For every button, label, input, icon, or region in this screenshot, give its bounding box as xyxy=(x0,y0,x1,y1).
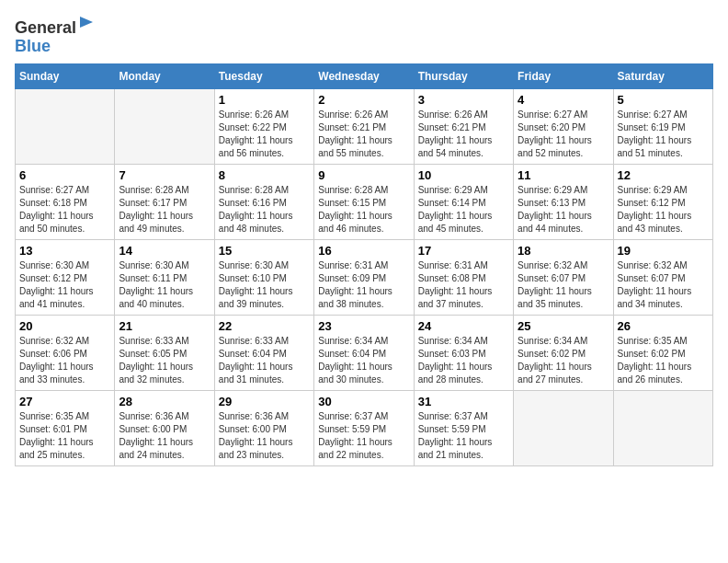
day-detail: Sunrise: 6:32 AMSunset: 6:07 PMDaylight:… xyxy=(618,259,709,311)
calendar-cell: 12Sunrise: 6:29 AMSunset: 6:12 PMDayligh… xyxy=(613,164,712,239)
dow-header: Wednesday xyxy=(314,63,414,88)
calendar-cell: 4Sunrise: 6:27 AMSunset: 6:20 PMDaylight… xyxy=(514,88,613,164)
calendar-cell: 27Sunrise: 6:35 AMSunset: 6:01 PMDayligh… xyxy=(16,390,115,465)
day-number: 13 xyxy=(19,244,110,258)
day-number: 25 xyxy=(518,319,609,333)
day-number: 2 xyxy=(318,93,409,107)
calendar-cell: 22Sunrise: 6:33 AMSunset: 6:04 PMDayligh… xyxy=(214,315,313,390)
day-detail: Sunrise: 6:34 AMSunset: 6:04 PMDaylight:… xyxy=(318,335,409,386)
dow-header: Monday xyxy=(115,63,214,88)
day-number: 14 xyxy=(119,244,210,258)
day-number: 7 xyxy=(119,168,210,182)
day-detail: Sunrise: 6:27 AMSunset: 6:19 PMDaylight:… xyxy=(618,109,709,160)
calendar-cell: 21Sunrise: 6:33 AMSunset: 6:05 PMDayligh… xyxy=(115,315,214,390)
calendar-cell: 15Sunrise: 6:30 AMSunset: 6:10 PMDayligh… xyxy=(214,239,313,315)
day-detail: Sunrise: 6:28 AMSunset: 6:15 PMDaylight:… xyxy=(318,184,409,236)
day-number: 1 xyxy=(219,93,310,107)
day-number: 8 xyxy=(219,168,310,182)
days-of-week-row: SundayMondayTuesdayWednesdayThursdayFrid… xyxy=(16,63,713,88)
day-number: 18 xyxy=(518,244,609,258)
calendar-week-row: 27Sunrise: 6:35 AMSunset: 6:01 PMDayligh… xyxy=(16,390,713,465)
dow-header: Thursday xyxy=(414,63,513,88)
calendar-week-row: 1Sunrise: 6:26 AMSunset: 6:22 PMDaylight… xyxy=(16,88,713,164)
day-detail: Sunrise: 6:28 AMSunset: 6:16 PMDaylight:… xyxy=(219,184,310,236)
day-detail: Sunrise: 6:37 AMSunset: 5:59 PMDaylight:… xyxy=(418,410,509,462)
calendar-cell: 14Sunrise: 6:30 AMSunset: 6:11 PMDayligh… xyxy=(115,239,214,315)
day-detail: Sunrise: 6:29 AMSunset: 6:13 PMDaylight:… xyxy=(518,184,609,236)
day-detail: Sunrise: 6:32 AMSunset: 6:06 PMDaylight:… xyxy=(19,335,110,386)
day-detail: Sunrise: 6:32 AMSunset: 6:07 PMDaylight:… xyxy=(518,259,609,311)
calendar-cell: 5Sunrise: 6:27 AMSunset: 6:19 PMDaylight… xyxy=(613,88,712,164)
day-detail: Sunrise: 6:27 AMSunset: 6:18 PMDaylight:… xyxy=(19,184,110,236)
logo-flag-icon xyxy=(78,15,97,33)
calendar-cell: 11Sunrise: 6:29 AMSunset: 6:13 PMDayligh… xyxy=(514,164,613,239)
dow-header: Tuesday xyxy=(214,63,313,88)
calendar-table: SundayMondayTuesdayWednesdayThursdayFrid… xyxy=(15,63,713,466)
day-number: 26 xyxy=(618,319,709,333)
day-detail: Sunrise: 6:26 AMSunset: 6:21 PMDaylight:… xyxy=(318,109,409,160)
calendar-cell xyxy=(115,88,214,164)
calendar-cell: 24Sunrise: 6:34 AMSunset: 6:03 PMDayligh… xyxy=(414,315,513,390)
calendar-cell: 9Sunrise: 6:28 AMSunset: 6:15 PMDaylight… xyxy=(314,164,414,239)
day-number: 19 xyxy=(618,244,709,258)
day-number: 9 xyxy=(318,168,409,182)
calendar-cell: 28Sunrise: 6:36 AMSunset: 6:00 PMDayligh… xyxy=(115,390,214,465)
day-number: 30 xyxy=(318,395,409,408)
calendar-cell: 30Sunrise: 6:37 AMSunset: 5:59 PMDayligh… xyxy=(314,390,414,465)
day-number: 31 xyxy=(418,395,509,408)
calendar-cell: 3Sunrise: 6:26 AMSunset: 6:21 PMDaylight… xyxy=(414,88,513,164)
calendar-week-row: 20Sunrise: 6:32 AMSunset: 6:06 PMDayligh… xyxy=(16,315,713,390)
day-detail: Sunrise: 6:31 AMSunset: 6:09 PMDaylight:… xyxy=(318,259,409,311)
day-detail: Sunrise: 6:37 AMSunset: 5:59 PMDaylight:… xyxy=(318,410,409,462)
day-detail: Sunrise: 6:34 AMSunset: 6:02 PMDaylight:… xyxy=(518,335,609,386)
day-detail: Sunrise: 6:26 AMSunset: 6:22 PMDaylight:… xyxy=(219,109,310,160)
calendar-cell: 8Sunrise: 6:28 AMSunset: 6:16 PMDaylight… xyxy=(214,164,313,239)
day-detail: Sunrise: 6:28 AMSunset: 6:17 PMDaylight:… xyxy=(119,184,210,236)
day-detail: Sunrise: 6:30 AMSunset: 6:11 PMDaylight:… xyxy=(119,259,210,311)
calendar-cell: 10Sunrise: 6:29 AMSunset: 6:14 PMDayligh… xyxy=(414,164,513,239)
logo-blue: Blue xyxy=(15,37,51,55)
day-number: 24 xyxy=(418,319,509,333)
day-number: 17 xyxy=(418,244,509,258)
logo: General Blue xyxy=(15,15,97,56)
day-detail: Sunrise: 6:33 AMSunset: 6:05 PMDaylight:… xyxy=(119,335,210,386)
calendar-cell: 25Sunrise: 6:34 AMSunset: 6:02 PMDayligh… xyxy=(514,315,613,390)
day-detail: Sunrise: 6:30 AMSunset: 6:10 PMDaylight:… xyxy=(219,259,310,311)
day-number: 29 xyxy=(219,395,310,408)
day-number: 21 xyxy=(119,319,210,333)
svg-marker-0 xyxy=(80,17,93,28)
day-number: 6 xyxy=(19,168,110,182)
calendar-cell xyxy=(613,390,712,465)
calendar-cell: 6Sunrise: 6:27 AMSunset: 6:18 PMDaylight… xyxy=(16,164,115,239)
calendar-week-row: 13Sunrise: 6:30 AMSunset: 6:12 PMDayligh… xyxy=(16,239,713,315)
day-number: 5 xyxy=(618,93,709,107)
calendar-cell: 13Sunrise: 6:30 AMSunset: 6:12 PMDayligh… xyxy=(16,239,115,315)
day-number: 15 xyxy=(219,244,310,258)
calendar-cell: 7Sunrise: 6:28 AMSunset: 6:17 PMDaylight… xyxy=(115,164,214,239)
day-number: 27 xyxy=(19,395,110,408)
calendar-cell: 17Sunrise: 6:31 AMSunset: 6:08 PMDayligh… xyxy=(414,239,513,315)
calendar-cell: 20Sunrise: 6:32 AMSunset: 6:06 PMDayligh… xyxy=(16,315,115,390)
calendar-cell: 2Sunrise: 6:26 AMSunset: 6:21 PMDaylight… xyxy=(314,88,414,164)
day-number: 20 xyxy=(19,319,110,333)
calendar-cell: 1Sunrise: 6:26 AMSunset: 6:22 PMDaylight… xyxy=(214,88,313,164)
calendar-cell: 31Sunrise: 6:37 AMSunset: 5:59 PMDayligh… xyxy=(414,390,513,465)
day-number: 22 xyxy=(219,319,310,333)
day-number: 23 xyxy=(318,319,409,333)
day-detail: Sunrise: 6:36 AMSunset: 6:00 PMDaylight:… xyxy=(219,410,310,462)
logo-general: General xyxy=(15,18,76,37)
day-detail: Sunrise: 6:35 AMSunset: 6:01 PMDaylight:… xyxy=(19,410,110,462)
dow-header: Sunday xyxy=(16,63,115,88)
day-detail: Sunrise: 6:27 AMSunset: 6:20 PMDaylight:… xyxy=(518,109,609,160)
calendar-cell: 23Sunrise: 6:34 AMSunset: 6:04 PMDayligh… xyxy=(314,315,414,390)
calendar-cell: 29Sunrise: 6:36 AMSunset: 6:00 PMDayligh… xyxy=(214,390,313,465)
day-number: 11 xyxy=(518,168,609,182)
calendar-cell xyxy=(514,390,613,465)
calendar-cell: 19Sunrise: 6:32 AMSunset: 6:07 PMDayligh… xyxy=(613,239,712,315)
day-number: 10 xyxy=(418,168,509,182)
dow-header: Saturday xyxy=(613,63,712,88)
day-detail: Sunrise: 6:29 AMSunset: 6:14 PMDaylight:… xyxy=(418,184,509,236)
day-detail: Sunrise: 6:36 AMSunset: 6:00 PMDaylight:… xyxy=(119,410,210,462)
day-number: 3 xyxy=(418,93,509,107)
day-detail: Sunrise: 6:33 AMSunset: 6:04 PMDaylight:… xyxy=(219,335,310,386)
